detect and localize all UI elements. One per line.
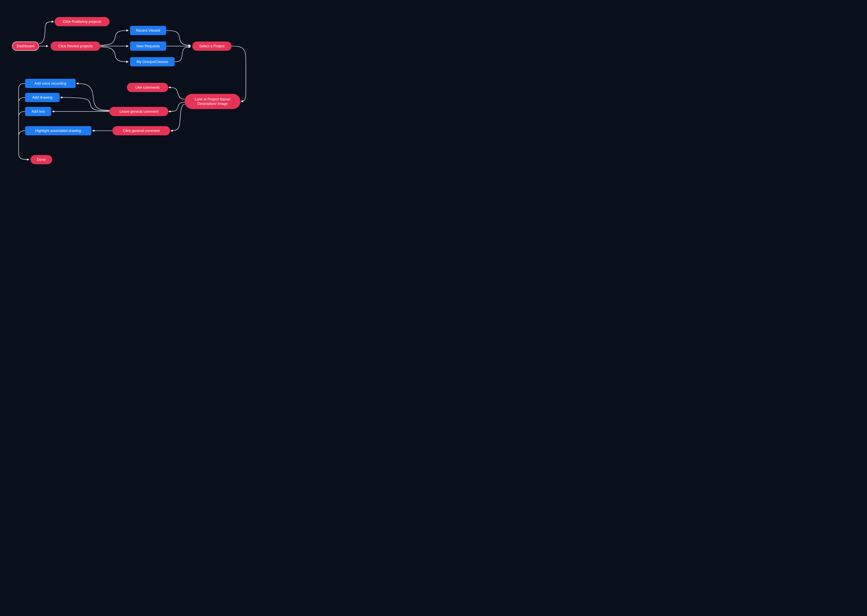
- node-label: Recent Viewed: [136, 28, 160, 33]
- node-add-drawing: Add drawing: [25, 93, 60, 102]
- node-label: Add text: [32, 109, 45, 114]
- node-add-text: Add text: [25, 107, 51, 116]
- node-label: Click Profile/my projects: [63, 19, 101, 24]
- node-highlight-drawing: Highlight associated drawing: [25, 126, 91, 135]
- node-dashboard: Dashboard: [12, 41, 39, 51]
- node-label: Look at Project Name/ Description/ Image: [187, 97, 238, 106]
- node-label: Click Review projects: [58, 44, 93, 49]
- node-label: Add voice recording: [34, 81, 66, 86]
- node-label: Leave general comment: [120, 109, 158, 114]
- node-look-at-project: Look at Project Name/ Description/ Image: [184, 94, 240, 109]
- node-label: Done: [37, 157, 46, 162]
- node-label: Highlight associated drawing: [35, 129, 81, 133]
- node-label: Add drawing: [32, 95, 52, 100]
- node-label: Click general comment: [123, 129, 159, 133]
- node-leave-general-comment: Leave general comment: [109, 107, 169, 116]
- node-add-voice: Add voice recording: [25, 79, 76, 88]
- node-label: Dashboard: [17, 44, 34, 49]
- node-my-groups: My Groups/Classes: [130, 57, 175, 66]
- node-like-comments: Like comments: [127, 83, 168, 92]
- node-label: My Groups/Classes: [137, 60, 168, 64]
- flowchart-canvas: Dashboard Click Profile/my projects Clic…: [0, 0, 261, 185]
- node-click-general-comment: Click general comment: [112, 126, 170, 135]
- node-label: Select a Project: [199, 44, 225, 49]
- node-done: Done: [30, 155, 52, 164]
- node-click-profile: Click Profile/my projects: [55, 17, 110, 26]
- node-select-project: Select a Project: [192, 41, 232, 51]
- node-label: Like comments: [135, 85, 159, 90]
- node-click-review: Click Review projects: [50, 41, 100, 51]
- node-new-requests: New Requests: [130, 41, 166, 51]
- node-recent-viewed: Recent Viewed: [130, 26, 166, 35]
- node-label: New Requests: [136, 44, 160, 49]
